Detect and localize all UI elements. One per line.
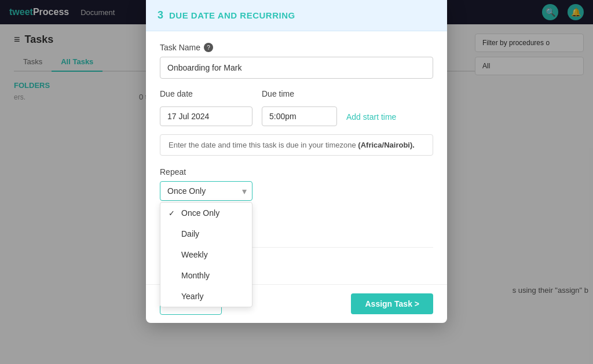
due-date-label: Due date <box>160 89 252 98</box>
due-time-group: Due time <box>262 89 337 126</box>
timezone-note: Enter the date and time this task is due… <box>160 134 433 156</box>
due-date-input[interactable] <box>160 106 252 126</box>
due-date-recurring-modal: 3 DUE DATE AND RECURRING Task Name ? Due… <box>146 0 447 323</box>
repeat-label: Repeat <box>160 167 433 177</box>
modal-header: 3 DUE DATE AND RECURRING <box>146 0 447 31</box>
task-name-help-icon[interactable]: ? <box>204 43 213 52</box>
date-time-row: Due date Due time Add start time <box>160 89 433 126</box>
task-name-input[interactable] <box>160 57 433 79</box>
dropdown-item-monthly[interactable]: Monthly <box>160 265 252 286</box>
repeat-section: Repeat Once Only Daily Weekly Monthly Ye… <box>160 167 433 273</box>
add-start-time-button[interactable]: Add start time <box>346 112 396 126</box>
no-check-icon-4 <box>169 292 177 301</box>
due-time-label: Due time <box>262 89 337 98</box>
no-check-icon <box>169 230 177 238</box>
assign-task-button[interactable]: Assign Task > <box>351 293 433 314</box>
check-icon: ✓ <box>169 209 177 218</box>
repeat-select[interactable]: Once Only Daily Weekly Monthly Yearly <box>160 181 252 201</box>
no-check-icon-2 <box>169 251 177 259</box>
dropdown-item-daily[interactable]: Daily <box>160 223 252 244</box>
task-name-label: Task Name ? <box>160 43 433 52</box>
repeat-dropdown: ✓ Once Only Daily Weekly Monthly <box>160 202 252 307</box>
due-date-group: Due date <box>160 89 252 126</box>
modal-title: DUE DATE AND RECURRING <box>169 10 295 20</box>
modal-step-number: 3 <box>158 9 163 21</box>
no-check-icon-3 <box>169 271 177 280</box>
repeat-select-wrapper: Once Only Daily Weekly Monthly Yearly ▾ … <box>160 181 252 201</box>
dropdown-item-weekly[interactable]: Weekly <box>160 244 252 265</box>
dropdown-item-once-only[interactable]: ✓ Once Only <box>160 203 252 223</box>
modal-body: Task Name ? Due date Due time Add start … <box>146 31 447 284</box>
dropdown-item-yearly[interactable]: Yearly <box>160 286 252 307</box>
due-time-input[interactable] <box>262 106 337 126</box>
